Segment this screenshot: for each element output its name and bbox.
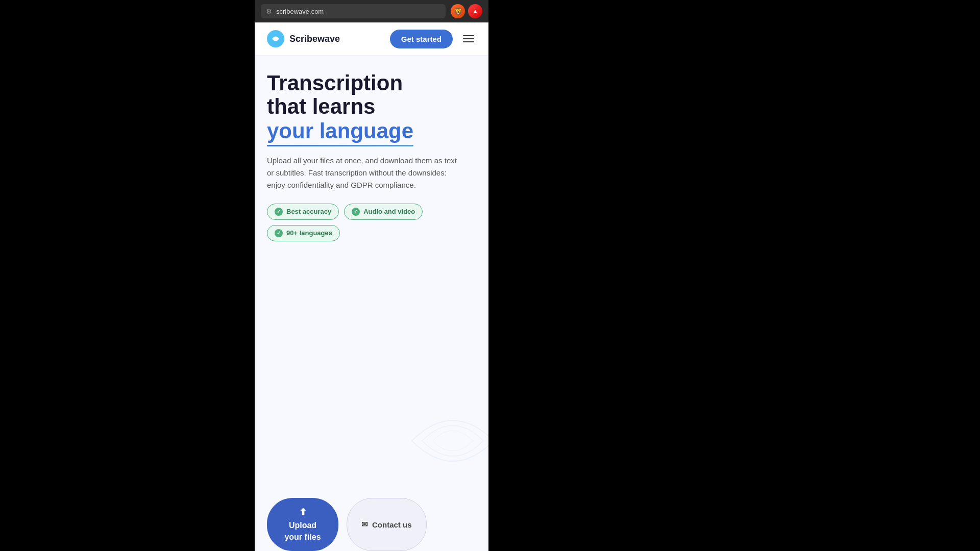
hero-title-line2: that learns bbox=[267, 94, 375, 118]
mail-icon: ✉ bbox=[361, 520, 368, 529]
svg-point-1 bbox=[274, 37, 278, 41]
nav-right: Get started bbox=[390, 30, 476, 48]
check-icon-2: ✓ bbox=[352, 208, 360, 216]
hero-title-line3: your language bbox=[267, 118, 413, 144]
logo-icon bbox=[267, 30, 284, 47]
feature-badges: ✓ Best accuracy ✓ Audio and video ✓ 90+ … bbox=[267, 204, 476, 241]
badge-audio-video-label: Audio and video bbox=[363, 208, 415, 215]
address-bar[interactable]: ⚙ scribewave.com bbox=[261, 4, 446, 18]
extension-icon[interactable]: ▲ bbox=[468, 4, 482, 18]
hero-description: Upload all your files at once, and downl… bbox=[267, 155, 461, 191]
url-text: scribewave.com bbox=[276, 8, 324, 15]
hero-title-line1: Transcription bbox=[267, 71, 403, 95]
browser-buttons: 🦁 ▲ bbox=[451, 4, 482, 18]
upload-icon: ⬆ bbox=[299, 507, 307, 518]
logo: Scribewave bbox=[267, 30, 340, 47]
background-decoration bbox=[402, 390, 488, 482]
right-black-panel bbox=[488, 0, 980, 551]
lock-icon: ⚙ bbox=[266, 8, 272, 15]
website-content: Scribewave Get started Transcription bbox=[255, 22, 488, 551]
left-black-panel bbox=[0, 0, 255, 551]
cta-area: ⬆ Upload your files ✉ Contact us bbox=[255, 498, 488, 551]
contact-us-button[interactable]: ✉ Contact us bbox=[347, 498, 427, 551]
brave-icon[interactable]: 🦁 bbox=[451, 4, 465, 18]
browser-chrome: ⚙ scribewave.com 🦁 ▲ bbox=[255, 0, 488, 22]
badge-languages: ✓ 90+ languages bbox=[267, 225, 340, 241]
hamburger-line-2 bbox=[463, 38, 474, 39]
check-icon-3: ✓ bbox=[275, 229, 283, 237]
get-started-button[interactable]: Get started bbox=[390, 30, 453, 48]
contact-label: Contact us bbox=[372, 520, 412, 529]
check-icon-1: ✓ bbox=[275, 208, 283, 216]
badge-best-accuracy: ✓ Best accuracy bbox=[267, 204, 339, 220]
badge-languages-label: 90+ languages bbox=[286, 229, 332, 237]
hero-title: Transcription that learns your language bbox=[267, 71, 476, 144]
hamburger-menu-button[interactable] bbox=[461, 33, 476, 44]
upload-label-line2: your files bbox=[284, 532, 321, 542]
badge-best-accuracy-label: Best accuracy bbox=[286, 208, 331, 215]
navbar: Scribewave Get started bbox=[255, 22, 488, 55]
upload-label-line1: Upload bbox=[289, 520, 316, 530]
badge-audio-video: ✓ Audio and video bbox=[344, 204, 423, 220]
hero-section: Transcription that learns your language … bbox=[255, 55, 488, 482]
hamburger-line-1 bbox=[463, 35, 474, 36]
upload-files-button[interactable]: ⬆ Upload your files bbox=[267, 498, 338, 551]
hamburger-line-3 bbox=[463, 41, 474, 42]
browser-window: ⚙ scribewave.com 🦁 ▲ bbox=[255, 0, 488, 551]
logo-text: Scribewave bbox=[289, 34, 340, 44]
